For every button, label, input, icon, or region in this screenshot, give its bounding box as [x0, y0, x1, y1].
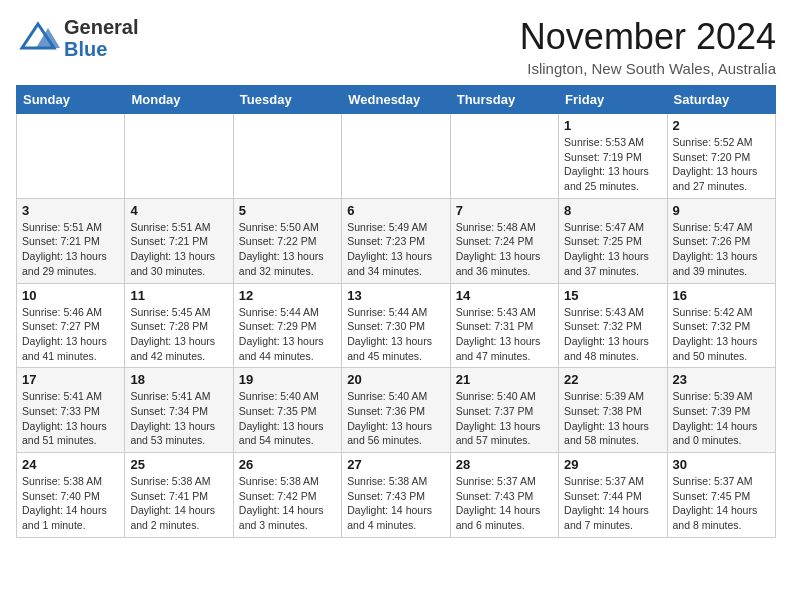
logo-blue: Blue	[64, 38, 107, 60]
day-number: 16	[673, 288, 770, 303]
calendar-cell: 11Sunrise: 5:45 AM Sunset: 7:28 PM Dayli…	[125, 283, 233, 368]
logo: General Blue	[16, 16, 138, 60]
day-number: 26	[239, 457, 336, 472]
calendar-cell: 30Sunrise: 5:37 AM Sunset: 7:45 PM Dayli…	[667, 453, 775, 538]
day-number: 15	[564, 288, 661, 303]
calendar-day-header: Tuesday	[233, 86, 341, 114]
calendar-cell: 26Sunrise: 5:38 AM Sunset: 7:42 PM Dayli…	[233, 453, 341, 538]
day-number: 11	[130, 288, 227, 303]
day-number: 9	[673, 203, 770, 218]
calendar-cell: 12Sunrise: 5:44 AM Sunset: 7:29 PM Dayli…	[233, 283, 341, 368]
calendar-cell: 21Sunrise: 5:40 AM Sunset: 7:37 PM Dayli…	[450, 368, 558, 453]
day-number: 14	[456, 288, 553, 303]
calendar-week-row: 17Sunrise: 5:41 AM Sunset: 7:33 PM Dayli…	[17, 368, 776, 453]
day-info: Sunrise: 5:47 AM Sunset: 7:26 PM Dayligh…	[673, 220, 770, 279]
day-info: Sunrise: 5:44 AM Sunset: 7:29 PM Dayligh…	[239, 305, 336, 364]
day-info: Sunrise: 5:51 AM Sunset: 7:21 PM Dayligh…	[130, 220, 227, 279]
day-info: Sunrise: 5:44 AM Sunset: 7:30 PM Dayligh…	[347, 305, 444, 364]
calendar-cell: 7Sunrise: 5:48 AM Sunset: 7:24 PM Daylig…	[450, 198, 558, 283]
calendar-cell: 13Sunrise: 5:44 AM Sunset: 7:30 PM Dayli…	[342, 283, 450, 368]
calendar-cell: 5Sunrise: 5:50 AM Sunset: 7:22 PM Daylig…	[233, 198, 341, 283]
day-info: Sunrise: 5:39 AM Sunset: 7:39 PM Dayligh…	[673, 389, 770, 448]
day-info: Sunrise: 5:50 AM Sunset: 7:22 PM Dayligh…	[239, 220, 336, 279]
calendar-cell	[125, 114, 233, 199]
calendar-cell	[342, 114, 450, 199]
calendar-cell	[17, 114, 125, 199]
calendar-table: SundayMondayTuesdayWednesdayThursdayFrid…	[16, 85, 776, 538]
day-info: Sunrise: 5:40 AM Sunset: 7:36 PM Dayligh…	[347, 389, 444, 448]
day-number: 22	[564, 372, 661, 387]
day-info: Sunrise: 5:53 AM Sunset: 7:19 PM Dayligh…	[564, 135, 661, 194]
day-info: Sunrise: 5:37 AM Sunset: 7:44 PM Dayligh…	[564, 474, 661, 533]
day-info: Sunrise: 5:40 AM Sunset: 7:37 PM Dayligh…	[456, 389, 553, 448]
calendar-cell: 19Sunrise: 5:40 AM Sunset: 7:35 PM Dayli…	[233, 368, 341, 453]
logo-icon	[16, 20, 60, 56]
calendar-week-row: 24Sunrise: 5:38 AM Sunset: 7:40 PM Dayli…	[17, 453, 776, 538]
calendar-week-row: 1Sunrise: 5:53 AM Sunset: 7:19 PM Daylig…	[17, 114, 776, 199]
calendar-cell: 29Sunrise: 5:37 AM Sunset: 7:44 PM Dayli…	[559, 453, 667, 538]
calendar-day-header: Friday	[559, 86, 667, 114]
day-info: Sunrise: 5:38 AM Sunset: 7:41 PM Dayligh…	[130, 474, 227, 533]
calendar-cell: 9Sunrise: 5:47 AM Sunset: 7:26 PM Daylig…	[667, 198, 775, 283]
day-info: Sunrise: 5:52 AM Sunset: 7:20 PM Dayligh…	[673, 135, 770, 194]
day-info: Sunrise: 5:48 AM Sunset: 7:24 PM Dayligh…	[456, 220, 553, 279]
calendar-cell: 3Sunrise: 5:51 AM Sunset: 7:21 PM Daylig…	[17, 198, 125, 283]
day-number: 5	[239, 203, 336, 218]
day-info: Sunrise: 5:37 AM Sunset: 7:43 PM Dayligh…	[456, 474, 553, 533]
calendar-cell: 8Sunrise: 5:47 AM Sunset: 7:25 PM Daylig…	[559, 198, 667, 283]
month-title: November 2024	[520, 16, 776, 58]
day-number: 8	[564, 203, 661, 218]
day-info: Sunrise: 5:41 AM Sunset: 7:34 PM Dayligh…	[130, 389, 227, 448]
day-number: 29	[564, 457, 661, 472]
calendar-cell: 23Sunrise: 5:39 AM Sunset: 7:39 PM Dayli…	[667, 368, 775, 453]
day-number: 13	[347, 288, 444, 303]
day-number: 25	[130, 457, 227, 472]
day-info: Sunrise: 5:45 AM Sunset: 7:28 PM Dayligh…	[130, 305, 227, 364]
day-info: Sunrise: 5:41 AM Sunset: 7:33 PM Dayligh…	[22, 389, 119, 448]
day-number: 7	[456, 203, 553, 218]
day-number: 2	[673, 118, 770, 133]
day-number: 27	[347, 457, 444, 472]
calendar-cell: 20Sunrise: 5:40 AM Sunset: 7:36 PM Dayli…	[342, 368, 450, 453]
day-info: Sunrise: 5:49 AM Sunset: 7:23 PM Dayligh…	[347, 220, 444, 279]
calendar-cell: 2Sunrise: 5:52 AM Sunset: 7:20 PM Daylig…	[667, 114, 775, 199]
day-number: 1	[564, 118, 661, 133]
day-number: 21	[456, 372, 553, 387]
calendar-cell: 24Sunrise: 5:38 AM Sunset: 7:40 PM Dayli…	[17, 453, 125, 538]
calendar-cell: 10Sunrise: 5:46 AM Sunset: 7:27 PM Dayli…	[17, 283, 125, 368]
day-number: 17	[22, 372, 119, 387]
calendar-day-header: Saturday	[667, 86, 775, 114]
day-number: 28	[456, 457, 553, 472]
day-info: Sunrise: 5:38 AM Sunset: 7:43 PM Dayligh…	[347, 474, 444, 533]
day-info: Sunrise: 5:37 AM Sunset: 7:45 PM Dayligh…	[673, 474, 770, 533]
day-number: 30	[673, 457, 770, 472]
calendar-header-row: SundayMondayTuesdayWednesdayThursdayFrid…	[17, 86, 776, 114]
day-number: 24	[22, 457, 119, 472]
calendar-cell: 14Sunrise: 5:43 AM Sunset: 7:31 PM Dayli…	[450, 283, 558, 368]
calendar-cell: 15Sunrise: 5:43 AM Sunset: 7:32 PM Dayli…	[559, 283, 667, 368]
calendar-cell: 17Sunrise: 5:41 AM Sunset: 7:33 PM Dayli…	[17, 368, 125, 453]
calendar-cell: 22Sunrise: 5:39 AM Sunset: 7:38 PM Dayli…	[559, 368, 667, 453]
day-number: 6	[347, 203, 444, 218]
header: General Blue November 2024 Islington, Ne…	[16, 16, 776, 77]
day-info: Sunrise: 5:42 AM Sunset: 7:32 PM Dayligh…	[673, 305, 770, 364]
calendar-cell: 6Sunrise: 5:49 AM Sunset: 7:23 PM Daylig…	[342, 198, 450, 283]
calendar-cell: 1Sunrise: 5:53 AM Sunset: 7:19 PM Daylig…	[559, 114, 667, 199]
day-info: Sunrise: 5:43 AM Sunset: 7:32 PM Dayligh…	[564, 305, 661, 364]
calendar-week-row: 10Sunrise: 5:46 AM Sunset: 7:27 PM Dayli…	[17, 283, 776, 368]
calendar-day-header: Sunday	[17, 86, 125, 114]
calendar-cell	[450, 114, 558, 199]
title-area: November 2024 Islington, New South Wales…	[520, 16, 776, 77]
calendar-cell: 4Sunrise: 5:51 AM Sunset: 7:21 PM Daylig…	[125, 198, 233, 283]
day-number: 18	[130, 372, 227, 387]
calendar-cell: 27Sunrise: 5:38 AM Sunset: 7:43 PM Dayli…	[342, 453, 450, 538]
calendar-cell: 25Sunrise: 5:38 AM Sunset: 7:41 PM Dayli…	[125, 453, 233, 538]
calendar-cell	[233, 114, 341, 199]
day-number: 19	[239, 372, 336, 387]
day-number: 23	[673, 372, 770, 387]
day-info: Sunrise: 5:43 AM Sunset: 7:31 PM Dayligh…	[456, 305, 553, 364]
calendar-cell: 16Sunrise: 5:42 AM Sunset: 7:32 PM Dayli…	[667, 283, 775, 368]
day-number: 20	[347, 372, 444, 387]
day-number: 4	[130, 203, 227, 218]
day-number: 10	[22, 288, 119, 303]
